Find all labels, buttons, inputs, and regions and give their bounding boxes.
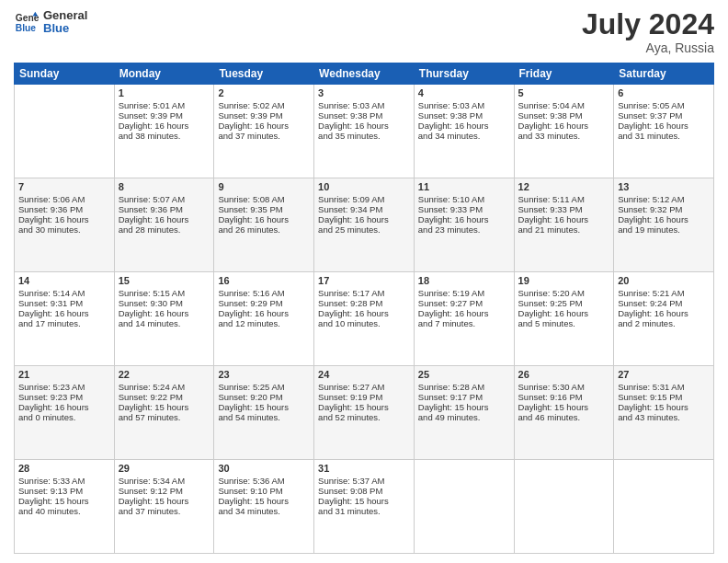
day-info: Daylight: 16 hours bbox=[618, 121, 710, 131]
logo-icon: General Blue bbox=[14, 9, 40, 35]
day-cell: 12Sunrise: 5:11 AMSunset: 9:33 PMDayligh… bbox=[514, 178, 614, 272]
day-info: Sunrise: 5:06 AM bbox=[18, 194, 110, 204]
day-number: 16 bbox=[218, 275, 310, 286]
day-number: 21 bbox=[18, 369, 110, 380]
week-row-1: 1Sunrise: 5:01 AMSunset: 9:39 PMDaylight… bbox=[15, 85, 714, 178]
day-info: Daylight: 15 hours bbox=[318, 402, 410, 412]
day-info: Sunrise: 5:30 AM bbox=[518, 382, 610, 392]
day-cell: 19Sunrise: 5:20 AMSunset: 9:25 PMDayligh… bbox=[514, 272, 614, 366]
day-info: Sunset: 9:15 PM bbox=[618, 392, 710, 402]
day-cell: 11Sunrise: 5:10 AMSunset: 9:33 PMDayligh… bbox=[414, 178, 514, 272]
day-cell: 15Sunrise: 5:15 AMSunset: 9:30 PMDayligh… bbox=[114, 272, 214, 366]
day-number: 19 bbox=[518, 275, 610, 286]
day-number: 11 bbox=[418, 181, 510, 192]
day-info: Daylight: 16 hours bbox=[119, 308, 210, 318]
day-number: 13 bbox=[618, 181, 710, 192]
day-info: and 5 minutes. bbox=[518, 318, 610, 328]
day-info: Daylight: 15 hours bbox=[119, 496, 210, 506]
day-cell: 2Sunrise: 5:02 AMSunset: 9:39 PMDaylight… bbox=[214, 85, 314, 178]
day-info: Daylight: 16 hours bbox=[318, 121, 410, 131]
day-info: Sunset: 9:33 PM bbox=[418, 204, 510, 214]
day-info: Sunset: 9:38 PM bbox=[518, 110, 610, 121]
day-number: 9 bbox=[218, 181, 310, 192]
day-info: Sunrise: 5:01 AM bbox=[119, 100, 210, 110]
day-info: Daylight: 16 hours bbox=[618, 308, 710, 318]
day-cell: 18Sunrise: 5:19 AMSunset: 9:27 PMDayligh… bbox=[414, 272, 514, 366]
title-block: July 2024 Aya, Russia bbox=[582, 9, 714, 55]
day-info: Sunset: 9:35 PM bbox=[218, 204, 310, 214]
day-number: 3 bbox=[318, 87, 410, 98]
day-info: Sunrise: 5:25 AM bbox=[218, 382, 310, 392]
day-info: Sunset: 9:39 PM bbox=[119, 110, 210, 121]
day-number: 15 bbox=[119, 275, 210, 286]
day-info: and 25 minutes. bbox=[318, 224, 410, 235]
day-info: Sunset: 9:19 PM bbox=[318, 392, 410, 402]
day-info: Sunrise: 5:17 AM bbox=[318, 288, 410, 298]
day-cell: 13Sunrise: 5:12 AMSunset: 9:32 PMDayligh… bbox=[614, 178, 714, 272]
day-info: and 17 minutes. bbox=[18, 318, 110, 328]
day-info: Sunrise: 5:03 AM bbox=[318, 100, 410, 110]
day-info: Sunrise: 5:03 AM bbox=[418, 100, 510, 110]
day-info: and 38 minutes. bbox=[119, 131, 210, 141]
month-title: July 2024 bbox=[582, 9, 714, 39]
day-info: Daylight: 16 hours bbox=[418, 121, 510, 131]
day-info: Daylight: 15 hours bbox=[119, 402, 210, 412]
day-number: 22 bbox=[119, 369, 210, 380]
day-info: Daylight: 15 hours bbox=[618, 402, 710, 412]
day-info: Sunset: 9:25 PM bbox=[518, 298, 610, 308]
day-info: Sunrise: 5:09 AM bbox=[318, 194, 410, 204]
day-info: and 34 minutes. bbox=[218, 506, 310, 516]
day-info: Sunset: 9:10 PM bbox=[218, 486, 310, 496]
day-info: Sunrise: 5:23 AM bbox=[18, 382, 110, 392]
calendar-page: General Blue General Blue July 2024 Aya,… bbox=[0, 0, 728, 563]
day-number: 2 bbox=[218, 87, 310, 98]
day-cell: 25Sunrise: 5:28 AMSunset: 9:17 PMDayligh… bbox=[414, 366, 514, 460]
day-cell: 26Sunrise: 5:30 AMSunset: 9:16 PMDayligh… bbox=[514, 366, 614, 460]
day-info: Sunset: 9:33 PM bbox=[518, 204, 610, 214]
day-info: Sunrise: 5:07 AM bbox=[119, 194, 210, 204]
day-info: and 30 minutes. bbox=[18, 224, 110, 235]
day-info: Sunset: 9:13 PM bbox=[18, 486, 110, 496]
day-info: Sunset: 9:20 PM bbox=[218, 392, 310, 402]
day-cell: 31Sunrise: 5:37 AMSunset: 9:08 PMDayligh… bbox=[314, 460, 415, 554]
day-cell: 30Sunrise: 5:36 AMSunset: 9:10 PMDayligh… bbox=[214, 460, 314, 554]
day-info: and 35 minutes. bbox=[318, 131, 410, 141]
day-cell: 3Sunrise: 5:03 AMSunset: 9:38 PMDaylight… bbox=[314, 85, 415, 178]
day-info: Sunset: 9:32 PM bbox=[618, 204, 710, 214]
day-info: Daylight: 15 hours bbox=[18, 496, 110, 506]
day-info: Sunset: 9:27 PM bbox=[418, 298, 510, 308]
day-cell bbox=[614, 460, 714, 554]
calendar-table: SundayMondayTuesdayWednesdayThursdayFrid… bbox=[14, 63, 714, 554]
logo: General Blue General Blue bbox=[14, 9, 87, 36]
day-info: Sunrise: 5:37 AM bbox=[318, 476, 410, 486]
day-number: 5 bbox=[518, 87, 610, 98]
day-info: Sunset: 9:38 PM bbox=[318, 110, 410, 121]
day-info: and 19 minutes. bbox=[618, 224, 710, 235]
day-number: 24 bbox=[318, 369, 410, 380]
day-info: Sunset: 9:39 PM bbox=[218, 110, 310, 121]
day-info: and 31 minutes. bbox=[618, 131, 710, 141]
day-info: Sunset: 9:08 PM bbox=[318, 486, 410, 496]
day-info: Sunset: 9:16 PM bbox=[518, 392, 610, 402]
day-cell bbox=[414, 460, 514, 554]
day-info: Daylight: 16 hours bbox=[618, 214, 710, 224]
day-info: and 31 minutes. bbox=[318, 506, 410, 516]
day-info: Daylight: 15 hours bbox=[218, 402, 310, 412]
day-info: Sunset: 9:37 PM bbox=[618, 110, 710, 121]
day-info: Daylight: 16 hours bbox=[518, 121, 610, 131]
week-row-4: 21Sunrise: 5:23 AMSunset: 9:23 PMDayligh… bbox=[15, 366, 714, 460]
day-info: Sunrise: 5:11 AM bbox=[518, 194, 610, 204]
day-number: 20 bbox=[618, 275, 710, 286]
day-info: and 57 minutes. bbox=[119, 412, 210, 422]
svg-text:Blue: Blue bbox=[16, 24, 37, 34]
day-info: Sunset: 9:36 PM bbox=[18, 204, 110, 214]
day-cell: 28Sunrise: 5:33 AMSunset: 9:13 PMDayligh… bbox=[15, 460, 115, 554]
day-cell: 17Sunrise: 5:17 AMSunset: 9:28 PMDayligh… bbox=[314, 272, 415, 366]
day-cell: 8Sunrise: 5:07 AMSunset: 9:36 PMDaylight… bbox=[114, 178, 214, 272]
day-cell: 24Sunrise: 5:27 AMSunset: 9:19 PMDayligh… bbox=[314, 366, 415, 460]
col-header-wednesday: Wednesday bbox=[314, 63, 415, 85]
day-info: Daylight: 15 hours bbox=[518, 402, 610, 412]
col-header-tuesday: Tuesday bbox=[214, 63, 314, 85]
day-cell: 20Sunrise: 5:21 AMSunset: 9:24 PMDayligh… bbox=[614, 272, 714, 366]
col-header-monday: Monday bbox=[114, 63, 214, 85]
